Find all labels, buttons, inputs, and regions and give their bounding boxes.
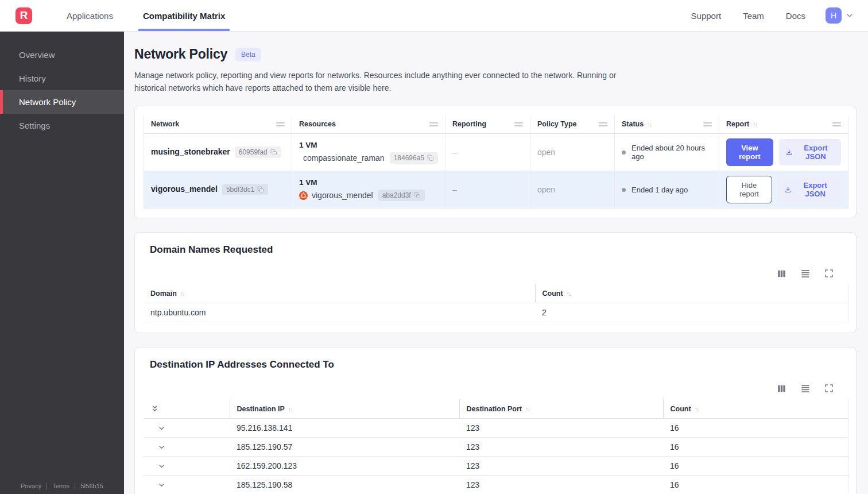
status-text: Ended about 20 hours ago bbox=[631, 144, 712, 161]
column-header-count[interactable]: Count↑↓ bbox=[663, 399, 848, 419]
copy-icon[interactable] bbox=[414, 192, 421, 199]
nav-link-docs[interactable]: Docs bbox=[775, 11, 816, 21]
destination-row: 185.125.190.57 123 16 bbox=[144, 438, 848, 457]
column-resize-handle[interactable] bbox=[429, 122, 438, 126]
column-header-report[interactable]: Report↑↓ bbox=[719, 115, 848, 134]
destination-count: 16 bbox=[663, 476, 848, 494]
destination-ip: 185.125.190.58 bbox=[230, 476, 459, 494]
domains-card-toolbar bbox=[144, 256, 847, 284]
sidebar-item-settings[interactable]: Settings bbox=[0, 114, 124, 137]
sidebar-item-network-policy[interactable]: Network Policy bbox=[0, 90, 124, 114]
expand-all-header[interactable] bbox=[144, 399, 230, 419]
sort-icon[interactable]: ↑↓ bbox=[525, 406, 529, 412]
reporting-value: – bbox=[445, 171, 530, 209]
download-icon bbox=[785, 186, 791, 194]
columns-icon[interactable] bbox=[777, 269, 786, 279]
destinations-table: Destination IP↑↓ Destination Port↑↓ Coun… bbox=[144, 399, 848, 494]
double-chevron-down-icon[interactable] bbox=[150, 404, 159, 413]
rows-icon[interactable] bbox=[800, 383, 811, 393]
column-header-policy-type[interactable]: Policy Type bbox=[530, 115, 615, 134]
column-resize-handle[interactable] bbox=[703, 122, 712, 126]
status-text: Ended 1 day ago bbox=[631, 186, 688, 194]
column-header-count[interactable]: Count↑↓ bbox=[535, 284, 848, 303]
tab-applications[interactable]: Applications bbox=[52, 0, 128, 31]
resource-id-badge: aba2dd3f bbox=[378, 190, 425, 201]
column-header-reporting[interactable]: Reporting bbox=[445, 115, 530, 134]
row-expand-chevron-icon[interactable] bbox=[150, 462, 223, 470]
hide-report-button[interactable]: Hide report bbox=[726, 176, 772, 203]
column-header-destination-ip[interactable]: Destination IP↑↓ bbox=[230, 399, 459, 419]
network-id-badge: 60959fad bbox=[235, 146, 281, 158]
rows-icon[interactable] bbox=[800, 268, 811, 279]
chevron-down-icon[interactable] bbox=[845, 11, 854, 20]
fullscreen-icon[interactable] bbox=[824, 269, 834, 278]
column-header-status[interactable]: Status↑↓ bbox=[615, 115, 719, 134]
download-icon bbox=[786, 148, 792, 156]
row-expand-chevron-icon[interactable] bbox=[150, 481, 223, 489]
top-navbar: R Applications Compatibility Matrix Supp… bbox=[0, 0, 868, 32]
domains-table: Domain↑↓ Count↑↓ ntp.ubuntu.com 2 bbox=[144, 284, 848, 322]
destination-count: 16 bbox=[663, 419, 848, 438]
column-header-domain[interactable]: Domain↑↓ bbox=[144, 284, 535, 303]
destination-port: 123 bbox=[459, 419, 663, 438]
divider bbox=[46, 483, 47, 489]
page-description: Manage network policy, reporting and vie… bbox=[134, 70, 635, 94]
destination-row: 162.159.200.123 123 16 bbox=[144, 457, 848, 476]
copy-icon[interactable] bbox=[257, 186, 264, 193]
tab-compatibility-matrix[interactable]: Compatibility Matrix bbox=[128, 0, 240, 31]
destination-port: 123 bbox=[459, 476, 663, 494]
export-json-button[interactable]: Export JSON bbox=[778, 176, 841, 203]
column-header-destination-port[interactable]: Destination Port↑↓ bbox=[459, 399, 663, 419]
privacy-link[interactable]: Privacy bbox=[21, 483, 41, 489]
sort-icon[interactable]: ↑↓ bbox=[695, 406, 699, 412]
column-header-network[interactable]: Network bbox=[144, 115, 292, 134]
sort-icon[interactable]: ↑↓ bbox=[567, 290, 571, 297]
destination-ip: 185.125.190.57 bbox=[230, 438, 459, 457]
nav-left: R Applications Compatibility Matrix bbox=[0, 0, 240, 31]
status-cell: Ended about 20 hours ago bbox=[622, 144, 712, 161]
view-report-button[interactable]: View report bbox=[726, 138, 773, 166]
vm-count: 1 VM bbox=[299, 178, 438, 187]
destination-row: 95.216.138.141 123 16 bbox=[144, 419, 848, 438]
status-dot-icon bbox=[622, 188, 626, 192]
sort-icon[interactable]: ↑↓ bbox=[753, 121, 757, 128]
domains-card-title: Domain Names Requested bbox=[144, 233, 847, 256]
sort-icon[interactable]: ↑↓ bbox=[180, 290, 184, 297]
column-resize-handle[interactable] bbox=[599, 122, 607, 126]
resource-id-badge: 184696a5 bbox=[390, 152, 438, 164]
copy-icon[interactable] bbox=[427, 155, 434, 161]
brand-logo[interactable]: R bbox=[16, 7, 32, 24]
destination-count: 16 bbox=[663, 438, 848, 457]
network-name: vigorous_mendel bbox=[151, 184, 218, 194]
destination-row: 185.125.190.58 123 16 bbox=[144, 476, 848, 494]
row-expand-chevron-icon[interactable] bbox=[150, 424, 223, 433]
sort-icon[interactable]: ↑↓ bbox=[288, 406, 292, 412]
columns-icon[interactable] bbox=[777, 384, 786, 393]
destinations-card: Destination IP Addresses Connected To De… bbox=[134, 347, 857, 494]
nav-link-support[interactable]: Support bbox=[680, 11, 733, 21]
networks-header-row: Network Resources Reporting Policy Type … bbox=[144, 115, 848, 134]
build-version: 5f56b15 bbox=[80, 483, 103, 489]
nav-link-team[interactable]: Team bbox=[732, 11, 775, 21]
fullscreen-icon[interactable] bbox=[824, 384, 834, 393]
vm-count: 1 VM bbox=[299, 141, 438, 149]
network-row: musing_stonebraker60959fad 1 VM compassi… bbox=[144, 134, 848, 171]
app-window: R Applications Compatibility Matrix Supp… bbox=[0, 0, 868, 494]
user-avatar[interactable]: H bbox=[826, 7, 842, 24]
sidebar-item-history[interactable]: History bbox=[0, 67, 124, 90]
main-content: Network Policy Beta Manage network polic… bbox=[124, 32, 868, 494]
export-json-button[interactable]: Export JSON bbox=[779, 139, 841, 165]
column-resize-handle[interactable] bbox=[276, 122, 285, 126]
ubuntu-icon bbox=[299, 191, 308, 200]
sort-icon[interactable]: ↑↓ bbox=[647, 121, 651, 128]
column-resize-handle[interactable] bbox=[832, 122, 841, 126]
terms-link[interactable]: Terms bbox=[52, 483, 69, 489]
row-expand-chevron-icon[interactable] bbox=[150, 443, 223, 451]
domain-row: ntp.ubuntu.com 2 bbox=[144, 303, 848, 322]
column-resize-handle[interactable] bbox=[514, 122, 523, 126]
policy-type-value: open bbox=[530, 134, 615, 171]
sidebar-item-overview[interactable]: Overview bbox=[0, 43, 124, 67]
policy-type-value: open bbox=[530, 171, 615, 209]
copy-icon[interactable] bbox=[270, 149, 277, 156]
column-header-resources[interactable]: Resources bbox=[292, 115, 445, 134]
